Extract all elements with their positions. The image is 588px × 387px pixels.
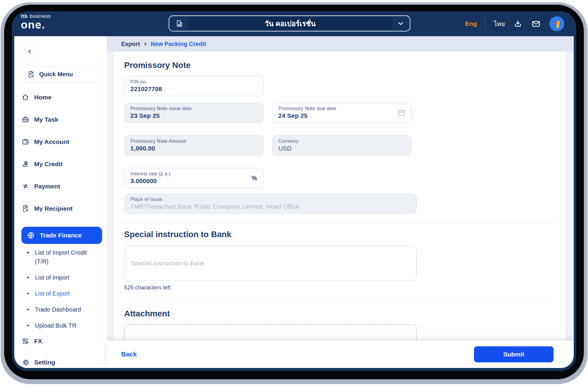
field-value: USD [278,145,405,152]
promissory-note-title: Promissory Note [124,61,559,70]
device-bezel: ttbbusiness one. วัน คอเปอร์เรชั่น [4,5,584,379]
sidebar-subitem-list-of-export[interactable]: • List of Export [21,289,103,298]
textarea-placeholder: Special instruction to Bank [131,260,204,267]
lang-english-button[interactable]: Eng [465,20,477,27]
amount-field: Promissory Note Amount 1,000.00 [124,135,264,156]
logo-business: business [30,13,51,19]
back-button[interactable]: Back [121,350,137,358]
breadcrumb: Export › New Packing Credit [107,36,574,52]
building-icon [175,19,184,28]
field-value: 1,000.00 [130,145,257,152]
sidebar-subitem-upload-bulk-tr[interactable]: • Upload Bulk TR [21,321,103,330]
sidebar-item-my-account[interactable]: My Account [21,138,103,146]
sidebar-subitem-list-of-import[interactable]: • List of Import [21,273,103,282]
sidebar-item-label: Home [34,94,51,101]
logo-one: one. [21,19,51,30]
field-label: Interest rate (p.a.) [130,171,257,177]
sidebar-item-my-credit[interactable]: My Credit [21,160,103,168]
globe-icon [27,231,35,240]
issue-date-field: Promissory Note issue date 23 Sep 25 [124,103,264,123]
document-heart-icon [27,70,35,78]
sidebar-item-payment[interactable]: Payment [21,182,103,190]
field-label: P/N no. [130,79,257,85]
breadcrumb-export-link[interactable]: Export [121,41,140,47]
breadcrumb-separator-icon: › [144,40,146,48]
sidebar-item-trade-finance[interactable]: Trade Finance [21,227,102,244]
sidebar-item-label: My Recipient [34,205,73,212]
interest-rate-field[interactable]: Interest rate (p.a.) 3.000000 % [124,168,264,188]
section-divider [124,300,555,301]
breadcrumb-current-page[interactable]: New Packing Credit [151,41,206,47]
form-footer: Back Submit [107,341,574,368]
field-value: 23 Sep 25 [130,112,257,119]
mail-icon[interactable] [531,19,541,29]
avatar-one-logo[interactable] [549,16,564,31]
place-of-issue-field: Place of Issue TMBThanachart Bank Public… [124,194,417,214]
sidebar-item-my-task[interactable]: My Task [21,115,103,123]
transfer-arrows-icon [21,182,29,190]
company-selector[interactable]: วัน คอเปอร์เรชั่น [169,15,410,31]
document-heart-icon [21,204,29,212]
currency-exchange-icon [21,337,29,345]
sidebar-item-label: Quick Menu [39,71,73,78]
submit-button[interactable]: Submit [474,346,554,362]
field-value: 221027708 [130,85,257,93]
briefcase-icon [21,115,29,123]
percent-suffix: % [252,175,257,182]
sidebar-item-my-recipient[interactable]: My Recipient [21,204,103,212]
attachment-title: Attachment [124,309,559,318]
device-frame-edge: ttbbusiness one. วัน คอเปอร์เรชั่น [1,2,587,384]
special-instruction-textarea[interactable]: Special instruction to Bank [124,246,417,281]
sidebar-item-label: My Task [34,116,58,123]
section-divider [124,222,555,223]
app-body: Quick Menu Home [14,36,574,368]
lang-divider [485,19,486,28]
trade-finance-submenu: • List of Import Credit (T/R) • List of … [21,248,103,330]
field-label: Promissory Note issue date [130,106,257,111]
sidebar-item-home[interactable]: Home [21,93,103,101]
currency-field: Currency USD [272,135,412,156]
credit-coin-icon [21,160,29,168]
main-content: Export › New Packing Credit Promissory N… [107,36,574,368]
app-header: ttbbusiness one. วัน คอเปอร์เรชั่น [12,11,576,36]
home-icon [21,93,29,101]
bullet-icon: • [27,248,29,266]
sidebar-item-quick-menu[interactable]: Quick Menu [21,66,102,83]
logo-ttb: ttb [21,13,28,19]
sidebar-item-fx[interactable]: FX [21,337,103,345]
company-name: วัน คอเปอร์เรชั่น [188,18,392,29]
due-date-field[interactable]: Promissory Note due date 24 Sep 25 [272,103,412,123]
calendar-icon[interactable] [397,108,406,117]
sidebar-item-setting[interactable]: Setting [21,358,103,366]
sidebar-item-label: FX [34,338,42,345]
sidebar-item-label: Trade Finance [40,232,82,239]
field-value: 3.000000 [130,177,257,185]
lang-thai-button[interactable]: ไทย [494,19,505,29]
bullet-icon: • [27,289,29,298]
field-label: Place of Issue [130,196,410,202]
characters-left-counter: 525 characters left. [124,284,559,291]
sidebar-subitem-list-of-import-credit[interactable]: • List of Import Credit (T/R) [21,248,103,266]
special-instruction-title: Special instruction to Bank [124,230,559,239]
sidebar: Quick Menu Home [14,36,107,368]
download-icon[interactable] [513,19,523,28]
field-label: Promissory Note Amount [130,138,257,144]
form-scroll-area: Promissory Note P/N no. 221027708 Promis… [107,52,574,368]
chevron-down-icon [397,20,404,27]
sidebar-item-label: My Credit [34,161,63,168]
bullet-icon: • [27,273,29,282]
field-value: TMBThanachart Bank Public Company Limite… [130,203,410,210]
field-value: 24 Sep 25 [278,112,405,119]
form-panel: Promissory Note P/N no. 221027708 Promis… [113,52,566,368]
field-label: Promissory Note due date [278,106,405,111]
pn-no-field[interactable]: P/N no. 221027708 [124,76,264,96]
bullet-icon: • [27,305,29,314]
sidebar-subitem-trade-dashboard[interactable]: • Trade Dashboard [21,305,103,314]
sidebar-collapse-button[interactable] [21,43,38,60]
bullet-icon: • [27,321,29,330]
sidebar-item-label: My Account [34,138,69,145]
field-label: Currency [278,138,405,144]
sidebar-item-label: Payment [34,183,60,190]
header-actions: Eng ไทย [465,11,564,36]
chevron-left-icon [26,48,33,55]
